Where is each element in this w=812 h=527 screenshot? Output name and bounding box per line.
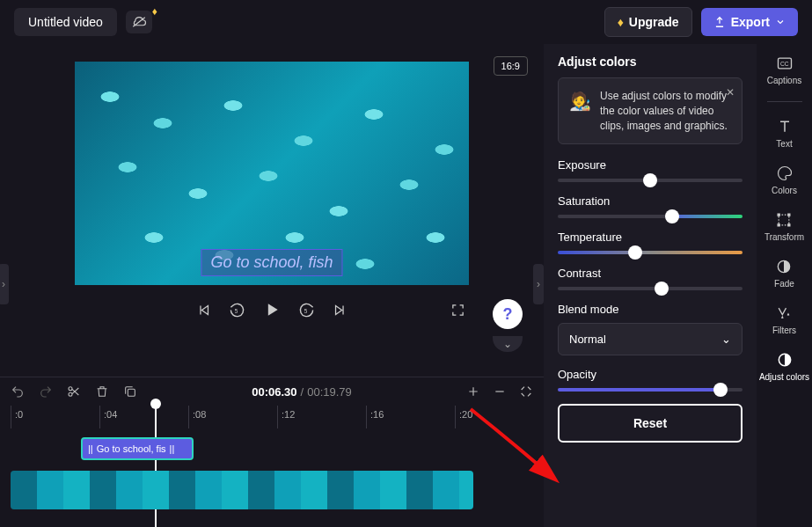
rail-transform[interactable]: Transform xyxy=(764,211,804,242)
delete-icon[interactable] xyxy=(95,384,109,399)
panel-title: Adjust colors xyxy=(558,55,743,69)
text-icon xyxy=(776,118,794,135)
svg-text:5: 5 xyxy=(304,307,308,313)
play-button[interactable] xyxy=(263,301,281,318)
blend-mode-select[interactable]: Normal ⌄ xyxy=(558,323,743,355)
rail-label: Filters xyxy=(772,326,796,335)
time-display: 00:06.30 / 00:19.79 xyxy=(252,385,352,399)
zoom-in-icon[interactable] xyxy=(466,384,480,399)
contrast-label: Contrast xyxy=(558,267,743,280)
captions-icon: CC xyxy=(776,55,794,72)
ruler-tick: :20 xyxy=(455,406,544,428)
export-label: Export xyxy=(731,15,770,29)
ruler-tick: :08 xyxy=(188,406,277,428)
rail-adjust-colors[interactable]: Adjust colors xyxy=(759,351,809,382)
caption-clip[interactable]: || Go to school, fis || xyxy=(81,437,194,460)
opacity-slider[interactable] xyxy=(558,388,743,392)
crown-icon: ♦ xyxy=(618,15,624,29)
crown-icon: ♦ xyxy=(152,5,157,18)
contrast-slider[interactable] xyxy=(558,287,743,290)
adjust-colors-icon xyxy=(776,351,794,369)
filters-icon xyxy=(775,304,793,322)
video-preview[interactable]: Go to school, fish xyxy=(75,62,469,285)
chevron-down-icon xyxy=(775,17,786,27)
rail-colors[interactable]: Colors xyxy=(772,165,797,195)
help-button[interactable]: ? xyxy=(493,299,523,329)
cloud-status-button[interactable]: ♦ xyxy=(126,11,152,33)
video-title[interactable]: Untitled video xyxy=(14,8,117,36)
export-button[interactable]: Export xyxy=(701,8,798,36)
close-icon[interactable]: ✕ xyxy=(726,85,735,100)
upgrade-label: Upgrade xyxy=(629,15,679,29)
rewind-5-icon[interactable]: 5 xyxy=(229,302,245,318)
blend-mode-value: Normal xyxy=(569,333,606,346)
ruler-tick: :12 xyxy=(277,406,366,428)
aspect-ratio-badge[interactable]: 16:9 xyxy=(494,56,528,76)
skip-end-icon[interactable] xyxy=(333,303,347,318)
caption-overlay[interactable]: Go to school, fish xyxy=(201,249,342,276)
redo-icon[interactable] xyxy=(39,384,53,399)
svg-rect-10 xyxy=(788,214,791,216)
split-icon[interactable] xyxy=(67,384,81,399)
rail-label: Adjust colors xyxy=(759,372,809,382)
caption-clip-handle[interactable]: || xyxy=(170,443,175,454)
svg-rect-5 xyxy=(128,389,135,396)
reset-button[interactable]: Reset xyxy=(558,404,743,443)
cloud-off-icon xyxy=(131,16,147,28)
temperature-slider[interactable] xyxy=(558,251,743,254)
rail-label: Transform xyxy=(764,232,804,242)
tip-card: 🧑‍🎨 Use adjust colors to modify the colo… xyxy=(558,77,743,144)
undo-icon[interactable] xyxy=(11,384,25,399)
svg-text:5: 5 xyxy=(235,307,238,313)
ruler-tick: :04 xyxy=(99,406,188,428)
upgrade-button[interactable]: ♦ Upgrade xyxy=(604,7,692,37)
chevron-down-icon: ⌄ xyxy=(721,333,731,346)
ruler-tick: :0 xyxy=(11,406,99,428)
tip-text: Use adjust colors to modify the color va… xyxy=(600,89,731,133)
temperature-label: Temperature xyxy=(558,231,743,244)
svg-point-3 xyxy=(69,387,72,391)
svg-text:CC: CC xyxy=(780,61,789,67)
painter-emoji-icon: 🧑‍🎨 xyxy=(569,89,591,133)
exposure-slider[interactable] xyxy=(558,179,743,182)
rail-label: Colors xyxy=(772,186,797,195)
collapse-toggle[interactable]: ⌄ xyxy=(493,336,523,352)
caption-clip-label: Go to school, fis xyxy=(97,443,166,454)
svg-rect-9 xyxy=(778,214,780,216)
rail-label: Text xyxy=(776,139,792,149)
rail-filters[interactable]: Filters xyxy=(772,304,796,335)
timeline-ruler[interactable]: :0 :04 :08 :12 :16 :20 xyxy=(0,406,544,428)
rail-label: Captions xyxy=(767,76,801,85)
fade-icon xyxy=(775,258,793,275)
right-panel-toggle[interactable]: › xyxy=(533,264,544,304)
opacity-label: Opacity xyxy=(558,368,743,381)
svg-point-4 xyxy=(69,392,72,396)
upload-icon xyxy=(713,16,726,28)
rail-label: Fade xyxy=(774,279,794,289)
transform-icon xyxy=(775,211,793,229)
duplicate-icon[interactable] xyxy=(123,384,137,399)
saturation-slider[interactable] xyxy=(558,215,743,218)
video-clip[interactable] xyxy=(11,471,473,509)
rail-captions[interactable]: CC Captions xyxy=(767,55,801,85)
svg-rect-8 xyxy=(779,215,790,225)
svg-rect-12 xyxy=(788,223,791,226)
palette-icon xyxy=(776,165,794,182)
caption-clip-handle[interactable]: || xyxy=(88,443,93,454)
zoom-out-icon[interactable] xyxy=(493,384,507,399)
blend-mode-label: Blend mode xyxy=(558,303,743,316)
rail-fade[interactable]: Fade xyxy=(774,258,794,289)
saturation-label: Saturation xyxy=(558,194,743,208)
fit-icon[interactable] xyxy=(519,384,533,399)
forward-5-icon[interactable]: 5 xyxy=(298,302,315,318)
rail-text[interactable]: Text xyxy=(776,118,794,149)
ruler-tick: :16 xyxy=(366,406,455,428)
fullscreen-icon[interactable] xyxy=(450,303,465,318)
skip-start-icon[interactable] xyxy=(196,303,211,318)
left-panel-toggle[interactable]: › xyxy=(0,264,9,304)
exposure-label: Exposure xyxy=(558,158,743,172)
svg-rect-11 xyxy=(778,223,780,226)
